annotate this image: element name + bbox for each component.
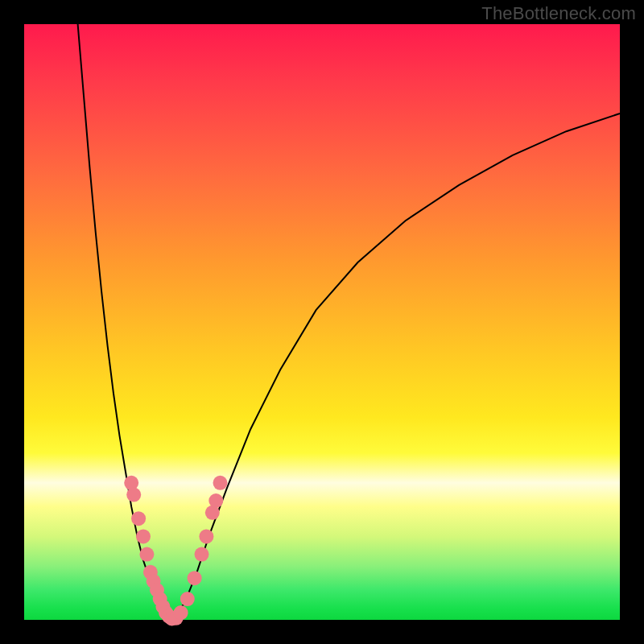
data-marker [195, 547, 209, 562]
left-curve [78, 24, 167, 620]
data-marker [124, 476, 138, 490]
data-marker [131, 511, 146, 526]
data-marker [174, 605, 188, 620]
data-marker [136, 529, 151, 543]
curve-svg [24, 24, 620, 620]
markers-group [124, 476, 227, 626]
data-marker [126, 488, 141, 502]
data-marker [199, 529, 213, 543]
data-marker [213, 476, 228, 490]
right-curve [173, 114, 620, 620]
data-marker [188, 571, 202, 585]
data-marker [139, 547, 154, 562]
plot-area [24, 24, 620, 620]
data-marker [208, 493, 223, 508]
data-marker [180, 592, 195, 606]
watermark-text: TheBottleneck.com [481, 3, 636, 24]
chart-frame: TheBottleneck.com [0, 0, 644, 644]
